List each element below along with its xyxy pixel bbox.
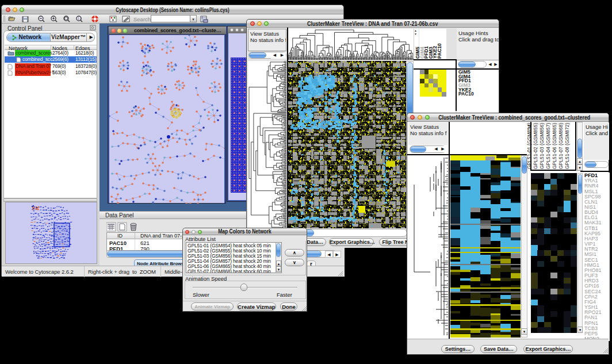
svg-text:1:1: 1:1 (78, 17, 82, 20)
